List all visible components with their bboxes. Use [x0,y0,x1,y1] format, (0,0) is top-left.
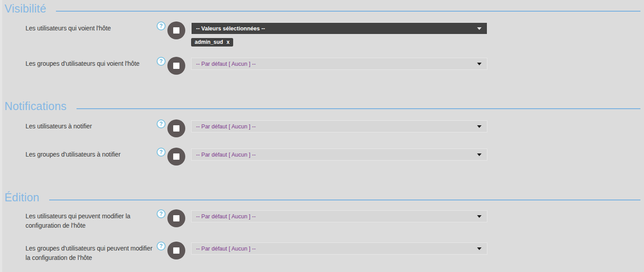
help-icon[interactable]: ? [157,119,166,128]
section-title-notifications: Notifications [4,100,67,113]
tag-label: admin_sud [195,39,223,45]
section-divider [49,200,640,200]
edit-users-select[interactable]: -- Par défaut [ Aucun ] -- [191,210,487,222]
clear-field-button[interactable] [167,57,185,75]
chevron-down-icon [477,247,482,250]
select-column: -- Par défaut [ Aucun ] -- [191,119,487,132]
form-row-edit-users: Les utilisateurs qui peuvent modifier la… [26,209,644,230]
chevron-down-icon [477,63,482,65]
field-label: Les utilisateurs qui peuvent modifier la… [26,209,157,230]
stop-square-icon [173,27,179,34]
chevron-down-icon [477,125,482,128]
select-column: -- Valeurs sélectionnées -- admin_sud x [191,21,487,47]
section-divider [56,11,640,12]
section-header-visibilite: Visibilité [4,2,641,15]
stop-square-icon [173,125,179,132]
field-label: Les groupes d'utilisateurs qui voient l'… [26,57,157,68]
section-title-visibilite: Visibilité [4,2,46,15]
remove-tag-icon[interactable]: x [226,39,230,45]
select-value: -- Par défaut [ Aucun ] -- [196,123,477,130]
select-column: -- Par défaut [ Aucun ] -- [191,148,487,161]
select-value: -- Par défaut [ Aucun ] -- [196,213,477,220]
form-row-visibility-users: Les utilisateurs qui voient l'hôte ? -- … [26,21,644,47]
edit-groups-select[interactable]: -- Par défaut [ Aucun ] -- [191,242,487,255]
form-row-notify-groups: Les groupes d'utilisateurs à notifier ? … [26,148,644,166]
notify-users-select[interactable]: -- Par défaut [ Aucun ] -- [191,120,487,132]
stop-square-icon [173,153,179,160]
field-label: Les groupes d'utilisateurs à notifier [26,148,157,159]
help-icon[interactable]: ? [157,242,166,251]
stop-square-icon [173,215,179,221]
clear-field-button[interactable] [167,21,185,39]
visibility-groups-select[interactable]: -- Par défaut [ Aucun ] -- [191,58,487,70]
select-value: -- Par défaut [ Aucun ] -- [196,152,477,158]
section-divider [77,108,640,109]
field-label: Les utilisateurs à notifier [26,119,157,131]
form-row-notify-users: Les utilisateurs à notifier ? -- Par déf… [26,119,644,137]
form-row-visibility-groups: Les groupes d'utilisateurs qui voient l'… [26,57,644,75]
select-value: -- Valeurs sélectionnées -- [196,26,477,32]
stop-square-icon [173,247,179,254]
clear-field-button[interactable] [167,148,185,166]
select-column: -- Par défaut [ Aucun ] -- [191,57,487,70]
host-acl-form: Visibilité Les utilisateurs qui voient l… [0,2,644,263]
visibility-users-select[interactable]: -- Valeurs sélectionnées -- [191,22,487,34]
select-value: -- Par défaut [ Aucun ] -- [196,61,477,67]
field-label: Les utilisateurs qui voient l'hôte [26,21,157,33]
select-value: -- Par défaut [ Aucun ] -- [196,246,477,252]
form-row-edit-groups: Les groupes d'utilisateurs qui peuvent m… [26,242,644,263]
select-column: -- Par défaut [ Aucun ] -- [191,242,487,255]
help-icon[interactable]: ? [157,148,166,157]
select-column: -- Par défaut [ Aucun ] -- [191,209,487,222]
clear-field-button[interactable] [167,119,185,137]
section-header-notifications: Notifications [4,99,641,113]
selected-tag-admin-sud: admin_sud x [191,38,233,47]
help-icon[interactable]: ? [157,21,166,30]
chevron-down-icon [477,153,482,156]
clear-field-button[interactable] [167,242,185,259]
chevron-down-icon [477,27,482,30]
field-label: Les groupes d'utilisateurs qui peuvent m… [26,242,157,263]
clear-field-button[interactable] [167,209,185,227]
selected-tags: admin_sud x [191,38,487,47]
help-icon[interactable]: ? [157,57,166,66]
notify-groups-select[interactable]: -- Par défaut [ Aucun ] -- [191,149,487,161]
section-title-edition: Édition [4,191,39,204]
stop-square-icon [173,63,179,69]
chevron-down-icon [477,215,482,218]
section-header-edition: Édition [4,191,641,204]
help-icon[interactable]: ? [157,209,166,218]
